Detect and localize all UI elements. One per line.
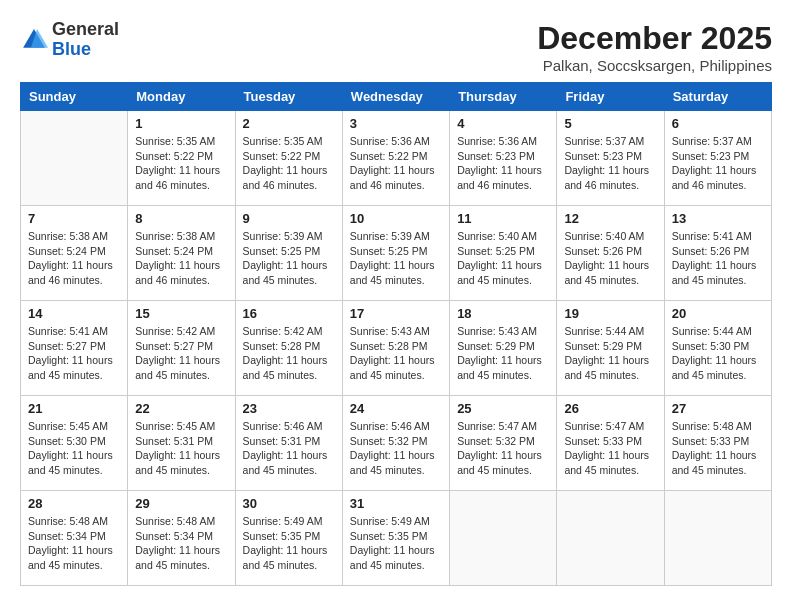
day-info: Sunrise: 5:48 AM Sunset: 5:34 PM Dayligh… (28, 514, 120, 573)
calendar-cell: 25Sunrise: 5:47 AM Sunset: 5:32 PM Dayli… (450, 396, 557, 491)
day-number: 2 (243, 116, 335, 131)
day-info: Sunrise: 5:39 AM Sunset: 5:25 PM Dayligh… (243, 229, 335, 288)
day-number: 31 (350, 496, 442, 511)
day-info: Sunrise: 5:43 AM Sunset: 5:28 PM Dayligh… (350, 324, 442, 383)
day-number: 11 (457, 211, 549, 226)
weekday-header-wednesday: Wednesday (342, 83, 449, 111)
logo-icon (20, 26, 48, 54)
month-title: December 2025 (537, 20, 772, 57)
day-number: 24 (350, 401, 442, 416)
calendar-cell (450, 491, 557, 586)
day-number: 23 (243, 401, 335, 416)
day-info: Sunrise: 5:37 AM Sunset: 5:23 PM Dayligh… (672, 134, 764, 193)
calendar-cell: 20Sunrise: 5:44 AM Sunset: 5:30 PM Dayli… (664, 301, 771, 396)
calendar-cell: 1Sunrise: 5:35 AM Sunset: 5:22 PM Daylig… (128, 111, 235, 206)
day-number: 20 (672, 306, 764, 321)
logo-blue-text: Blue (52, 39, 91, 59)
day-number: 16 (243, 306, 335, 321)
day-number: 13 (672, 211, 764, 226)
calendar-cell: 6Sunrise: 5:37 AM Sunset: 5:23 PM Daylig… (664, 111, 771, 206)
location: Palkan, Soccsksargen, Philippines (537, 57, 772, 74)
calendar-cell: 10Sunrise: 5:39 AM Sunset: 5:25 PM Dayli… (342, 206, 449, 301)
calendar-cell (557, 491, 664, 586)
calendar-cell: 15Sunrise: 5:42 AM Sunset: 5:27 PM Dayli… (128, 301, 235, 396)
day-info: Sunrise: 5:46 AM Sunset: 5:31 PM Dayligh… (243, 419, 335, 478)
weekday-header-thursday: Thursday (450, 83, 557, 111)
calendar-cell: 19Sunrise: 5:44 AM Sunset: 5:29 PM Dayli… (557, 301, 664, 396)
calendar-cell: 13Sunrise: 5:41 AM Sunset: 5:26 PM Dayli… (664, 206, 771, 301)
day-number: 7 (28, 211, 120, 226)
day-info: Sunrise: 5:48 AM Sunset: 5:33 PM Dayligh… (672, 419, 764, 478)
logo-general-text: General (52, 19, 119, 39)
logo-text: General Blue (52, 20, 119, 60)
day-info: Sunrise: 5:38 AM Sunset: 5:24 PM Dayligh… (135, 229, 227, 288)
day-number: 5 (564, 116, 656, 131)
calendar-cell (21, 111, 128, 206)
calendar-cell: 17Sunrise: 5:43 AM Sunset: 5:28 PM Dayli… (342, 301, 449, 396)
calendar-cell: 24Sunrise: 5:46 AM Sunset: 5:32 PM Dayli… (342, 396, 449, 491)
calendar-cell: 11Sunrise: 5:40 AM Sunset: 5:25 PM Dayli… (450, 206, 557, 301)
week-row-5: 28Sunrise: 5:48 AM Sunset: 5:34 PM Dayli… (21, 491, 772, 586)
calendar-cell: 27Sunrise: 5:48 AM Sunset: 5:33 PM Dayli… (664, 396, 771, 491)
day-number: 19 (564, 306, 656, 321)
day-info: Sunrise: 5:36 AM Sunset: 5:23 PM Dayligh… (457, 134, 549, 193)
day-info: Sunrise: 5:40 AM Sunset: 5:26 PM Dayligh… (564, 229, 656, 288)
day-number: 4 (457, 116, 549, 131)
day-number: 21 (28, 401, 120, 416)
day-number: 22 (135, 401, 227, 416)
calendar-cell: 7Sunrise: 5:38 AM Sunset: 5:24 PM Daylig… (21, 206, 128, 301)
calendar-cell: 4Sunrise: 5:36 AM Sunset: 5:23 PM Daylig… (450, 111, 557, 206)
day-info: Sunrise: 5:36 AM Sunset: 5:22 PM Dayligh… (350, 134, 442, 193)
day-number: 6 (672, 116, 764, 131)
calendar-cell: 26Sunrise: 5:47 AM Sunset: 5:33 PM Dayli… (557, 396, 664, 491)
calendar-cell: 29Sunrise: 5:48 AM Sunset: 5:34 PM Dayli… (128, 491, 235, 586)
calendar-cell: 3Sunrise: 5:36 AM Sunset: 5:22 PM Daylig… (342, 111, 449, 206)
day-info: Sunrise: 5:41 AM Sunset: 5:26 PM Dayligh… (672, 229, 764, 288)
calendar-cell: 12Sunrise: 5:40 AM Sunset: 5:26 PM Dayli… (557, 206, 664, 301)
calendar-cell: 30Sunrise: 5:49 AM Sunset: 5:35 PM Dayli… (235, 491, 342, 586)
weekday-header-tuesday: Tuesday (235, 83, 342, 111)
week-row-2: 7Sunrise: 5:38 AM Sunset: 5:24 PM Daylig… (21, 206, 772, 301)
calendar-table: SundayMondayTuesdayWednesdayThursdayFrid… (20, 82, 772, 586)
week-row-1: 1Sunrise: 5:35 AM Sunset: 5:22 PM Daylig… (21, 111, 772, 206)
day-number: 17 (350, 306, 442, 321)
day-number: 26 (564, 401, 656, 416)
day-info: Sunrise: 5:47 AM Sunset: 5:32 PM Dayligh… (457, 419, 549, 478)
day-info: Sunrise: 5:42 AM Sunset: 5:28 PM Dayligh… (243, 324, 335, 383)
calendar-cell: 5Sunrise: 5:37 AM Sunset: 5:23 PM Daylig… (557, 111, 664, 206)
calendar-cell: 14Sunrise: 5:41 AM Sunset: 5:27 PM Dayli… (21, 301, 128, 396)
weekday-header-sunday: Sunday (21, 83, 128, 111)
day-info: Sunrise: 5:46 AM Sunset: 5:32 PM Dayligh… (350, 419, 442, 478)
calendar-cell: 8Sunrise: 5:38 AM Sunset: 5:24 PM Daylig… (128, 206, 235, 301)
calendar-cell (664, 491, 771, 586)
day-info: Sunrise: 5:49 AM Sunset: 5:35 PM Dayligh… (350, 514, 442, 573)
day-info: Sunrise: 5:38 AM Sunset: 5:24 PM Dayligh… (28, 229, 120, 288)
day-number: 27 (672, 401, 764, 416)
day-info: Sunrise: 5:44 AM Sunset: 5:29 PM Dayligh… (564, 324, 656, 383)
calendar-cell: 2Sunrise: 5:35 AM Sunset: 5:22 PM Daylig… (235, 111, 342, 206)
day-number: 12 (564, 211, 656, 226)
day-number: 3 (350, 116, 442, 131)
day-number: 14 (28, 306, 120, 321)
calendar-cell: 16Sunrise: 5:42 AM Sunset: 5:28 PM Dayli… (235, 301, 342, 396)
day-info: Sunrise: 5:40 AM Sunset: 5:25 PM Dayligh… (457, 229, 549, 288)
day-number: 9 (243, 211, 335, 226)
logo: General Blue (20, 20, 119, 60)
day-info: Sunrise: 5:41 AM Sunset: 5:27 PM Dayligh… (28, 324, 120, 383)
day-number: 28 (28, 496, 120, 511)
calendar-cell: 23Sunrise: 5:46 AM Sunset: 5:31 PM Dayli… (235, 396, 342, 491)
calendar-cell: 9Sunrise: 5:39 AM Sunset: 5:25 PM Daylig… (235, 206, 342, 301)
weekday-header-friday: Friday (557, 83, 664, 111)
day-number: 29 (135, 496, 227, 511)
weekday-header-saturday: Saturday (664, 83, 771, 111)
calendar-cell: 18Sunrise: 5:43 AM Sunset: 5:29 PM Dayli… (450, 301, 557, 396)
day-info: Sunrise: 5:35 AM Sunset: 5:22 PM Dayligh… (243, 134, 335, 193)
page-header: General Blue December 2025 Palkan, Soccs… (20, 20, 772, 74)
day-info: Sunrise: 5:45 AM Sunset: 5:30 PM Dayligh… (28, 419, 120, 478)
day-info: Sunrise: 5:49 AM Sunset: 5:35 PM Dayligh… (243, 514, 335, 573)
calendar-cell: 28Sunrise: 5:48 AM Sunset: 5:34 PM Dayli… (21, 491, 128, 586)
calendar-cell: 22Sunrise: 5:45 AM Sunset: 5:31 PM Dayli… (128, 396, 235, 491)
calendar-cell: 21Sunrise: 5:45 AM Sunset: 5:30 PM Dayli… (21, 396, 128, 491)
day-info: Sunrise: 5:42 AM Sunset: 5:27 PM Dayligh… (135, 324, 227, 383)
day-number: 15 (135, 306, 227, 321)
